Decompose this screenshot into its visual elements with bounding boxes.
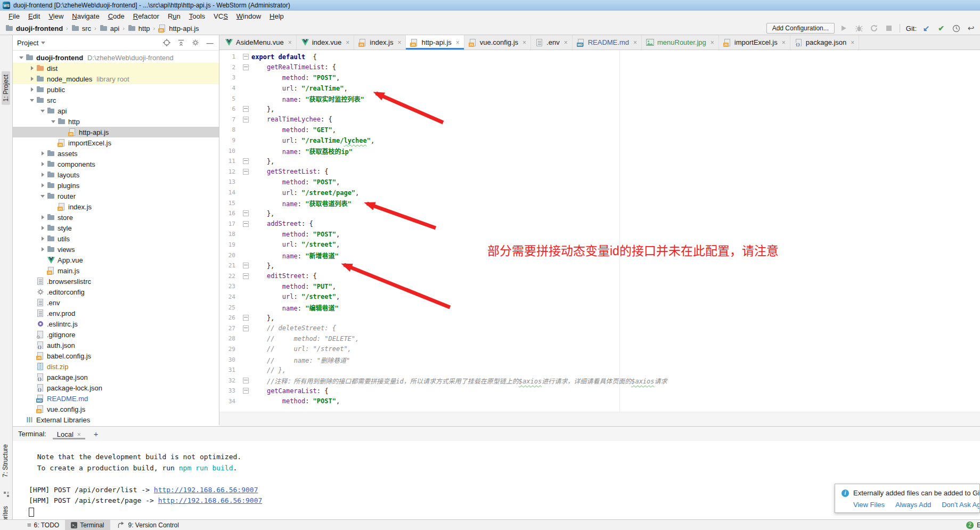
git-update-button[interactable]: ↙ bbox=[921, 23, 931, 33]
chevron-right-icon[interactable] bbox=[38, 181, 47, 190]
tree-item-dist.zip[interactable]: dist.zip bbox=[13, 361, 219, 372]
run-button[interactable] bbox=[839, 23, 849, 33]
close-icon[interactable]: × bbox=[288, 39, 292, 46]
project-view-selector[interactable]: Project bbox=[17, 39, 45, 47]
tab-package.json[interactable]: package.json× bbox=[790, 35, 860, 50]
close-icon[interactable]: × bbox=[522, 39, 526, 46]
notification-link[interactable]: Always Add bbox=[895, 501, 931, 509]
tree-item-.eslintrc.js[interactable]: .eslintrc.js bbox=[13, 319, 219, 329]
tab-menurouter.jpg[interactable]: menuRouter.jpg× bbox=[642, 35, 719, 50]
statusbar-9--version-control[interactable]: 9: Version Control bbox=[110, 520, 185, 530]
fold-marker[interactable] bbox=[240, 263, 251, 268]
chevron-right-icon[interactable] bbox=[38, 224, 47, 232]
fold-marker[interactable] bbox=[240, 158, 251, 164]
tree-item-duoji-frontend[interactable]: duoji-frontendD:\zheheWeb\duoji-frontend bbox=[13, 52, 219, 63]
menu-code[interactable]: Code bbox=[104, 12, 129, 21]
tree-item-src[interactable]: src bbox=[13, 95, 219, 105]
chevron-right-icon[interactable] bbox=[28, 75, 36, 83]
tree-item-router[interactable]: router bbox=[13, 191, 219, 201]
tab-index.js[interactable]: JSindex.js× bbox=[354, 35, 406, 50]
tree-item-auth.json[interactable]: auth.json bbox=[13, 340, 219, 350]
statusbar-6--todo[interactable]: ≡6: TODO bbox=[21, 520, 65, 530]
terminal-link[interactable]: http://192.168.66.56:9007 bbox=[158, 496, 263, 504]
menu-run[interactable]: Run bbox=[164, 12, 185, 21]
menu-tools[interactable]: Tools bbox=[185, 12, 209, 21]
git-commit-button[interactable]: ✔ bbox=[936, 23, 946, 33]
tree-item-package-lock.json[interactable]: package-lock.json bbox=[13, 382, 219, 393]
fold-marker[interactable] bbox=[240, 325, 251, 331]
terminal-link[interactable]: http://192.168.66.56:9007 bbox=[154, 486, 258, 494]
event-log-widget[interactable]: 2 Ev bbox=[966, 521, 980, 529]
tab-.env[interactable]: .env× bbox=[531, 35, 573, 50]
tree-item-dist[interactable]: dist bbox=[13, 63, 219, 74]
fold-marker[interactable] bbox=[240, 54, 251, 60]
chevron-right-icon[interactable] bbox=[28, 64, 36, 72]
statusbar-terminal[interactable]: >_Terminal bbox=[65, 520, 110, 530]
menu-vcs[interactable]: VCS bbox=[209, 12, 232, 21]
tree-item-node_modules[interactable]: node_moduleslibrary root bbox=[13, 74, 219, 84]
menu-refactor[interactable]: Refactor bbox=[129, 12, 164, 21]
fold-marker[interactable] bbox=[240, 106, 251, 112]
close-icon[interactable]: × bbox=[397, 39, 401, 46]
tree-item-app.vue[interactable]: App.vue bbox=[13, 255, 219, 265]
close-icon[interactable]: × bbox=[633, 39, 637, 46]
close-icon[interactable]: × bbox=[456, 39, 460, 46]
chevron-down-icon[interactable] bbox=[38, 107, 47, 115]
tree-item-components[interactable]: components bbox=[13, 159, 219, 169]
new-terminal-button[interactable]: + bbox=[94, 429, 99, 438]
tab-importexcel.js[interactable]: JSimportExcel.js× bbox=[719, 35, 790, 50]
add-configuration-button[interactable]: Add Configuration... bbox=[766, 23, 835, 34]
tree-item-views[interactable]: views bbox=[13, 244, 219, 255]
fold-marker[interactable] bbox=[240, 64, 251, 70]
tool-window-structure-button[interactable]: 7: Structure bbox=[2, 444, 9, 477]
tree-item-utils[interactable]: utils bbox=[13, 233, 219, 244]
menu-file[interactable]: File bbox=[4, 12, 24, 21]
breadcrumb-item[interactable]: api bbox=[99, 24, 120, 32]
tab-vue.config.js[interactable]: JSvue.config.js× bbox=[464, 35, 531, 50]
stop-button[interactable] bbox=[884, 23, 894, 33]
chevron-down-icon[interactable] bbox=[28, 96, 36, 104]
fold-marker[interactable] bbox=[240, 117, 251, 123]
git-history-button[interactable] bbox=[951, 23, 961, 33]
tree-item-api[interactable]: api bbox=[13, 105, 219, 116]
tree-item-main.js[interactable]: JSmain.js bbox=[13, 265, 219, 276]
tree-item-http[interactable]: http bbox=[13, 116, 219, 127]
notification-link[interactable]: View Files bbox=[853, 501, 885, 509]
tree-item-.editorconfig[interactable]: .editorconfig bbox=[13, 287, 219, 297]
breadcrumb-item[interactable]: JShttp-api.js bbox=[157, 24, 200, 32]
chevron-right-icon[interactable] bbox=[38, 245, 47, 254]
fold-marker[interactable] bbox=[240, 169, 251, 175]
tab-readme.md[interactable]: MDREADME.md× bbox=[573, 35, 642, 50]
close-icon[interactable]: × bbox=[710, 39, 714, 46]
tree-item-vue.config.js[interactable]: JSvue.config.js bbox=[13, 404, 219, 414]
coverage-button[interactable] bbox=[869, 23, 879, 33]
tree-item-layouts[interactable]: layouts bbox=[13, 169, 219, 180]
tree-item-assets[interactable]: assets bbox=[13, 148, 219, 159]
tree-item-.env[interactable]: .env bbox=[13, 297, 219, 308]
chevron-right-icon[interactable] bbox=[38, 234, 47, 243]
notification-link[interactable]: Don't Ask Agai bbox=[942, 501, 980, 509]
fold-marker[interactable] bbox=[240, 273, 251, 279]
tree-item-plugins[interactable]: plugins bbox=[13, 180, 219, 191]
menu-navigate[interactable]: Navigate bbox=[68, 12, 103, 21]
tab-index.vue[interactable]: index.vue× bbox=[297, 35, 355, 50]
tree-item-store[interactable]: store bbox=[13, 212, 219, 223]
chevron-right-icon[interactable] bbox=[38, 213, 47, 222]
tool-window-project-button[interactable]: 1: Project bbox=[2, 71, 10, 105]
tree-item-style[interactable]: style bbox=[13, 223, 219, 233]
tree-item-.browserslistrc[interactable]: .browserslistrc bbox=[13, 276, 219, 287]
chevron-right-icon[interactable] bbox=[38, 160, 47, 168]
close-icon[interactable]: × bbox=[851, 39, 854, 46]
tree-item-http-api.js[interactable]: JShttp-api.js bbox=[13, 127, 219, 137]
tree-item-.gitignore[interactable]: .gitignore bbox=[13, 329, 219, 340]
fold-marker[interactable] bbox=[240, 378, 251, 384]
fold-marker[interactable] bbox=[240, 388, 251, 394]
breadcrumb-item[interactable]: duoji-frontend bbox=[4, 24, 64, 32]
hide-panel-button[interactable]: — bbox=[205, 38, 215, 47]
chevron-down-icon[interactable] bbox=[49, 117, 58, 126]
tree-item-package.json[interactable]: package.json bbox=[13, 372, 219, 382]
tree-item-external-libraries[interactable]: External Libraries bbox=[13, 414, 219, 425]
fold-marker[interactable] bbox=[240, 210, 251, 216]
close-icon[interactable]: × bbox=[77, 431, 81, 438]
tree-item-index.js[interactable]: JSindex.js bbox=[13, 201, 219, 212]
